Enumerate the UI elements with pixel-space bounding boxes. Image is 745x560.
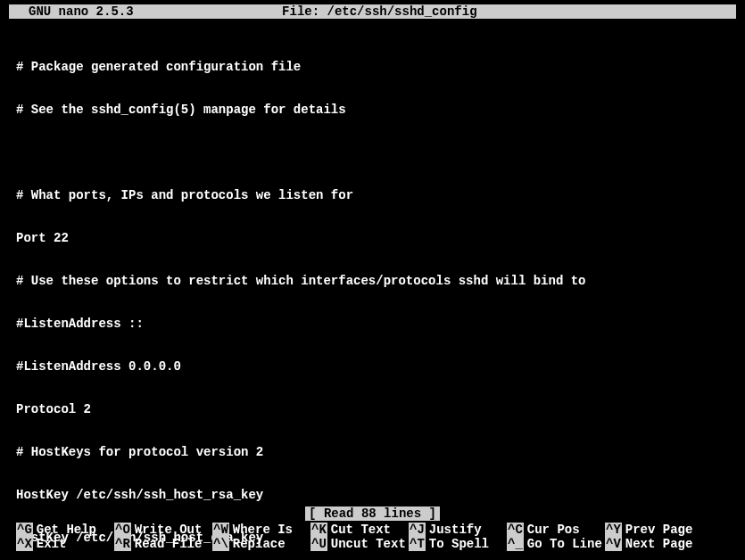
shortcut-read-file[interactable]: ^RRead File bbox=[114, 537, 212, 551]
line: # Use these options to restrict which in… bbox=[16, 274, 736, 288]
shortcut-cur-pos[interactable]: ^CCur Pos bbox=[507, 523, 605, 537]
line: #ListenAddress :: bbox=[16, 317, 736, 331]
line: # Package generated configuration file bbox=[16, 60, 736, 74]
shortcut-get-help[interactable]: ^GGet Help bbox=[16, 523, 114, 537]
line: Port 22 bbox=[16, 231, 736, 245]
shortcut-go-to-line[interactable]: ^_Go To Line bbox=[507, 537, 605, 551]
editor-content[interactable]: # Package generated configuration file #… bbox=[0, 19, 745, 560]
shortcut-replace[interactable]: ^\Replace bbox=[212, 537, 310, 551]
shortcut-bar: ^GGet Help ^OWrite Out ^WWhere Is ^KCut … bbox=[16, 523, 736, 551]
status-bar: [ Read 88 lines ] bbox=[0, 506, 745, 521]
shortcut-prev-page[interactable]: ^YPrev Page bbox=[605, 523, 703, 537]
shortcut-uncut-text[interactable]: ^UUncut Text bbox=[310, 537, 409, 551]
line: HostKey /etc/ssh/ssh_host_rsa_key bbox=[16, 488, 736, 502]
shortcut-write-out[interactable]: ^OWrite Out bbox=[114, 523, 212, 537]
app-name: GNU nano 2.5.3 bbox=[12, 4, 134, 19]
shortcut-to-spell[interactable]: ^TTo Spell bbox=[409, 537, 507, 551]
shortcut-justify[interactable]: ^JJustify bbox=[409, 523, 507, 537]
line: # See the sshd_config(5) manpage for det… bbox=[16, 103, 736, 117]
status-message: [ Read 88 lines ] bbox=[305, 506, 440, 521]
line: #ListenAddress 0.0.0.0 bbox=[16, 359, 736, 374]
line bbox=[16, 145, 736, 160]
shortcut-cut-text[interactable]: ^KCut Text bbox=[310, 523, 409, 537]
file-label: File: /etc/ssh/sshd_config bbox=[134, 4, 733, 19]
line: Protocol 2 bbox=[16, 402, 736, 416]
titlebar: GNU nano 2.5.3 File: /etc/ssh/sshd_confi… bbox=[9, 4, 736, 19]
shortcut-row: ^GGet Help ^OWrite Out ^WWhere Is ^KCut … bbox=[16, 523, 736, 537]
shortcut-next-page[interactable]: ^VNext Page bbox=[605, 537, 703, 551]
shortcut-row: ^XExit ^RRead File ^\Replace ^UUncut Tex… bbox=[16, 537, 736, 551]
shortcut-where-is[interactable]: ^WWhere Is bbox=[212, 523, 310, 537]
shortcut-exit[interactable]: ^XExit bbox=[16, 537, 114, 551]
line: # HostKeys for protocol version 2 bbox=[16, 445, 736, 459]
line: # What ports, IPs and protocols we liste… bbox=[16, 188, 736, 202]
